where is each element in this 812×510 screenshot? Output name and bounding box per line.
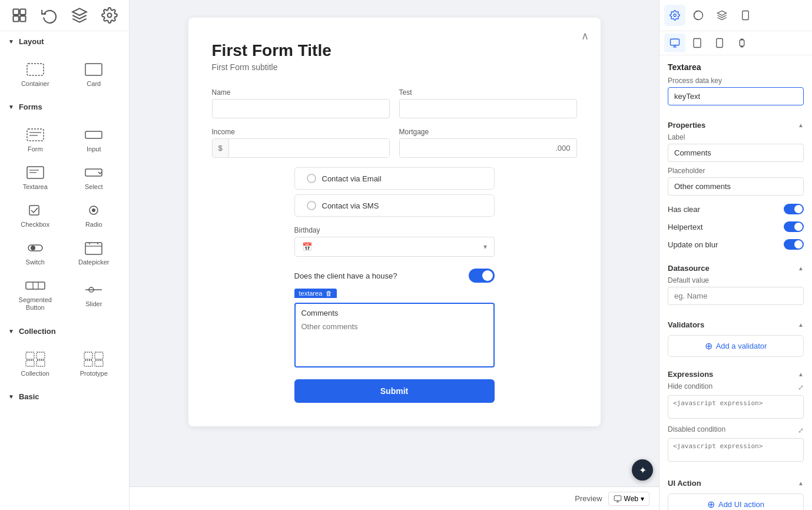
disabled-condition-input[interactable] bbox=[668, 438, 804, 462]
svg-rect-37 bbox=[95, 360, 103, 366]
expressions-title: Expressions bbox=[668, 370, 713, 379]
label-field-label: Label bbox=[668, 133, 804, 141]
test-input[interactable] bbox=[399, 99, 577, 118]
sidebar-item-form[interactable]: Form bbox=[7, 122, 64, 157]
svg-rect-50 bbox=[717, 39, 723, 48]
basic-section-label: Basic bbox=[19, 392, 39, 401]
sidebar-item-checkbox[interactable]: Checkbox bbox=[7, 197, 64, 233]
container-label: Container bbox=[21, 80, 49, 87]
sidebar-item-datepicker[interactable]: Datepicker bbox=[66, 235, 122, 270]
add-ui-action-plus: ⊕ bbox=[707, 499, 715, 510]
house-toggle[interactable] bbox=[469, 269, 495, 283]
forms-section-header[interactable]: ▼ Forms bbox=[0, 97, 129, 117]
svg-rect-2 bbox=[14, 16, 19, 21]
form-collapse-button[interactable]: ∧ bbox=[581, 29, 589, 42]
submit-section: Submit bbox=[294, 377, 495, 403]
birthday-field: Birthday 📅 ▾ bbox=[294, 226, 495, 257]
history-icon[interactable] bbox=[39, 5, 60, 26]
sidebar-item-slider[interactable]: Slider bbox=[66, 273, 122, 316]
placeholder-section: Placeholder bbox=[659, 167, 812, 200]
tablet-icon[interactable] bbox=[687, 34, 708, 52]
svg-rect-1 bbox=[21, 9, 26, 15]
segmented-button-label: Segmented Button bbox=[9, 296, 61, 312]
sidebar-item-card[interactable]: Card bbox=[66, 57, 122, 92]
form-icon bbox=[25, 127, 46, 143]
web-select-chevron: ▾ bbox=[641, 495, 644, 503]
properties-title: Properties bbox=[668, 121, 705, 130]
components-icon[interactable] bbox=[9, 5, 30, 26]
validators-collapsible[interactable]: Validators ▲ bbox=[659, 314, 812, 333]
sidebar-item-prototype[interactable]: Prototype bbox=[66, 346, 122, 382]
add-validator-button[interactable]: ⊕ Add a validator bbox=[668, 335, 804, 357]
right-phone-icon[interactable] bbox=[735, 5, 756, 26]
checkbox-label: Checkbox bbox=[21, 221, 49, 228]
add-ui-action-button[interactable]: ⊕ Add UI action bbox=[668, 494, 804, 510]
contact-email-label: Contact via Email bbox=[322, 174, 382, 183]
contact-sms-radio[interactable] bbox=[307, 201, 316, 210]
settings-icon[interactable] bbox=[99, 5, 120, 26]
label-input[interactable] bbox=[668, 144, 804, 162]
form-card: ∧ First Form Title First Form subtitle N… bbox=[188, 18, 601, 426]
placeholder-input[interactable] bbox=[668, 177, 804, 196]
label-section: Label bbox=[659, 133, 812, 167]
disabled-condition-expand-icon[interactable]: ⤢ bbox=[798, 426, 804, 435]
validators-chevron: ▲ bbox=[798, 322, 804, 328]
right-layers-icon[interactable] bbox=[711, 5, 733, 26]
checkbox-icon bbox=[25, 202, 46, 218]
card-label: Card bbox=[87, 80, 101, 87]
contact-sms-option[interactable]: Contact via SMS bbox=[294, 194, 495, 217]
web-select[interactable]: Web ▾ bbox=[608, 492, 649, 506]
collection-section-header[interactable]: ▼ Collection bbox=[0, 321, 129, 342]
income-input-wrapper: $ bbox=[212, 138, 390, 158]
sidebar-item-container[interactable]: Container bbox=[7, 57, 64, 92]
mobile-icon[interactable] bbox=[709, 34, 730, 52]
sidebar-item-collection[interactable]: Collection bbox=[7, 346, 64, 382]
has-clear-toggle[interactable] bbox=[784, 204, 804, 214]
income-group: Income $ bbox=[212, 128, 390, 158]
ui-action-collapsible[interactable]: UI Action ▲ bbox=[659, 473, 812, 491]
helpertext-label: Helpertext bbox=[668, 223, 702, 231]
svg-rect-0 bbox=[14, 9, 19, 15]
name-input[interactable] bbox=[212, 99, 390, 118]
sidebar-item-switch[interactable]: Switch bbox=[7, 235, 64, 270]
right-theme-icon[interactable] bbox=[688, 5, 709, 26]
svg-rect-35 bbox=[95, 352, 103, 359]
layout-section-header[interactable]: ▼ Layout bbox=[0, 31, 129, 52]
desktop-icon[interactable] bbox=[664, 34, 685, 52]
sidebar-item-segmented-button[interactable]: Segmented Button bbox=[7, 273, 64, 316]
hide-condition-input[interactable] bbox=[668, 395, 804, 419]
expressions-collapsible[interactable]: Expressions ▲ bbox=[659, 364, 812, 382]
textarea-input[interactable] bbox=[296, 317, 493, 365]
forms-grid: Form Input Textarea Select Checkbox bbox=[0, 117, 129, 321]
basic-section-header[interactable]: ▼ Basic bbox=[0, 386, 129, 407]
contact-email-radio[interactable] bbox=[307, 174, 316, 183]
sidebar-item-input[interactable]: Input bbox=[66, 122, 122, 157]
svg-point-5 bbox=[107, 14, 111, 18]
basic-chevron: ▼ bbox=[8, 393, 14, 400]
properties-collapsible[interactable]: Properties ▲ bbox=[659, 115, 812, 133]
switch-row: Does the client have a house? bbox=[294, 266, 495, 285]
contact-email-option[interactable]: Contact via Email bbox=[294, 167, 495, 190]
mortgage-input[interactable] bbox=[400, 139, 550, 157]
submit-button[interactable]: Submit bbox=[294, 379, 495, 403]
layers-icon[interactable] bbox=[69, 5, 90, 26]
helpertext-toggle[interactable] bbox=[784, 221, 804, 232]
default-value-input[interactable] bbox=[668, 287, 804, 305]
income-input[interactable] bbox=[229, 139, 389, 157]
right-settings-icon[interactable] bbox=[664, 5, 685, 26]
input-icon bbox=[83, 127, 104, 143]
process-data-key-input[interactable] bbox=[668, 87, 804, 105]
datasource-collapsible[interactable]: Datasource ▲ bbox=[659, 258, 812, 276]
birthday-input[interactable]: 📅 ▾ bbox=[294, 237, 495, 257]
hide-condition-expand-icon[interactable]: ⤢ bbox=[798, 383, 804, 392]
sidebar-item-radio[interactable]: Radio bbox=[66, 197, 122, 233]
forms-chevron: ▼ bbox=[8, 104, 14, 110]
update-on-blur-toggle[interactable] bbox=[784, 239, 804, 250]
floating-action-button[interactable]: ✦ bbox=[632, 459, 653, 481]
sidebar-item-select[interactable]: Select bbox=[66, 160, 122, 195]
sidebar-item-textarea[interactable]: Textarea bbox=[7, 160, 64, 195]
watch-icon[interactable] bbox=[731, 34, 753, 52]
textarea-icon bbox=[25, 164, 46, 181]
delete-textarea-icon[interactable]: 🗑 bbox=[326, 290, 332, 297]
form-subtitle: First Form subtitle bbox=[212, 62, 577, 72]
